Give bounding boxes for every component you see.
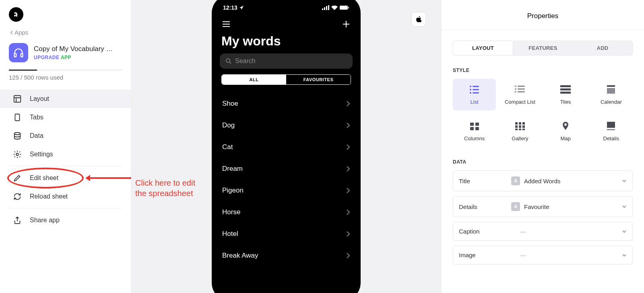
- svg-rect-37: [522, 122, 525, 125]
- svg-point-4: [14, 133, 21, 135]
- chevron-right-icon: [346, 144, 350, 150]
- status-right: [322, 5, 349, 10]
- upgrade-link[interactable]: UPGRADE APP: [34, 55, 113, 60]
- panel-tabs: LAYOUT FEATURES ADD: [453, 41, 633, 55]
- progress-track: [9, 70, 122, 71]
- sidebar-item-reload-sheet[interactable]: Reload sheet: [0, 187, 131, 206]
- app-header: Copy of My Vocabulary … UPGRADE APP: [0, 39, 131, 64]
- search-input[interactable]: Search: [220, 53, 353, 69]
- tab-layout[interactable]: LAYOUT: [453, 41, 513, 55]
- svg-rect-43: [522, 129, 525, 130]
- style-details[interactable]: Details: [590, 115, 633, 147]
- column-badge: A: [511, 202, 520, 211]
- calendar-icon: [605, 84, 617, 95]
- tab-features[interactable]: FEATURES: [513, 41, 573, 55]
- glide-logo-icon: [12, 11, 20, 18]
- sidebar-item-label: Tabs: [30, 114, 43, 121]
- list-icon: [469, 84, 481, 95]
- svg-rect-24: [515, 91, 516, 92]
- svg-rect-10: [328, 5, 329, 10]
- sidebar-item-layout[interactable]: Layout: [0, 90, 131, 108]
- chevron-right-icon: [346, 188, 350, 193]
- svg-rect-28: [560, 92, 571, 94]
- svg-rect-12: [348, 7, 349, 8]
- hamburger-icon[interactable]: [221, 19, 231, 29]
- segmented-control: ALL FAVOURITES: [221, 74, 351, 85]
- sidebar-item-label: Edit sheet: [30, 174, 58, 182]
- screen-title: My words: [220, 31, 353, 53]
- data-field-details[interactable]: Details A Favourite: [453, 196, 633, 217]
- style-columns[interactable]: Columns: [453, 115, 496, 147]
- caret-down-icon: [622, 229, 627, 234]
- style-tiles[interactable]: Tiles: [544, 79, 587, 111]
- annotation-text: Click here to edit the spreadsheet: [135, 178, 195, 199]
- style-gallery[interactable]: Gallery: [498, 115, 541, 147]
- svg-rect-41: [515, 129, 518, 130]
- sidebar-item-label: Data: [30, 132, 43, 139]
- seg-favourites[interactable]: FAVOURITES: [286, 75, 351, 84]
- svg-rect-11: [340, 6, 348, 10]
- location-icon: [239, 5, 244, 10]
- sidebar-item-data[interactable]: Data: [0, 127, 131, 145]
- wifi-icon: [331, 5, 338, 10]
- list-item[interactable]: Break Away: [220, 245, 353, 266]
- sidebar-item-label: Share app: [30, 217, 60, 224]
- list-item[interactable]: Shoe: [220, 93, 353, 115]
- list-item[interactable]: Dog: [220, 115, 353, 136]
- logo-wrap: [0, 0, 131, 27]
- gallery-icon: [514, 121, 526, 131]
- sidebar-item-tabs[interactable]: Tabs: [0, 108, 131, 127]
- sidebar-item-share-app[interactable]: Share app: [0, 211, 131, 229]
- back-label: Apps: [14, 29, 28, 36]
- svg-rect-42: [519, 129, 521, 130]
- tabs-icon: [13, 113, 22, 122]
- sidebar-item-edit-sheet[interactable]: Edit sheet: [0, 169, 131, 187]
- list-item[interactable]: Cat: [220, 136, 353, 158]
- battery-icon: [340, 5, 349, 10]
- style-grid: List Compact List Tiles Calendar Columns…: [453, 79, 633, 147]
- svg-rect-27: [560, 88, 571, 90]
- caret-down-icon: [622, 178, 627, 183]
- platform-toggle-apple[interactable]: [411, 12, 426, 27]
- svg-rect-35: [515, 122, 518, 125]
- details-icon: [605, 121, 617, 131]
- annotation-arrow: [85, 174, 133, 182]
- svg-rect-22: [515, 88, 516, 90]
- list-item[interactable]: Hotel: [220, 223, 353, 245]
- chevron-right-icon: [346, 253, 350, 258]
- side-nav: Layout Tabs Data Settings Edit sheet Rel…: [0, 90, 131, 229]
- style-map[interactable]: Map: [544, 115, 587, 147]
- list-item[interactable]: Dream: [220, 158, 353, 180]
- data-field-image[interactable]: Image —: [453, 246, 633, 264]
- data-field-caption[interactable]: Caption —: [453, 222, 633, 241]
- chevron-right-icon: [346, 123, 350, 128]
- list-item[interactable]: Horse: [220, 201, 353, 223]
- app-logo[interactable]: [9, 7, 23, 22]
- svg-rect-15: [473, 86, 479, 87]
- panel-body: LAYOUT FEATURES ADD STYLE List Compact L…: [442, 30, 644, 269]
- style-calendar[interactable]: Calendar: [590, 79, 633, 111]
- sidebar-item-settings[interactable]: Settings: [0, 145, 131, 164]
- list-item[interactable]: Pigeon: [220, 180, 353, 201]
- data-field-title[interactable]: Title A Added Words: [453, 170, 633, 191]
- chevron-right-icon: [346, 101, 350, 107]
- svg-rect-8: [324, 7, 325, 10]
- back-to-apps[interactable]: Apps: [0, 27, 131, 39]
- properties-panel: Properties LAYOUT FEATURES ADD STYLE Lis…: [441, 0, 644, 293]
- word-list: Shoe Dog Cat Dream Pigeon Horse Hotel Br…: [220, 93, 353, 266]
- plus-icon[interactable]: [341, 19, 351, 29]
- pencil-icon: [13, 174, 22, 182]
- divider: [9, 208, 122, 209]
- seg-all[interactable]: ALL: [222, 75, 286, 84]
- tab-add[interactable]: ADD: [573, 41, 632, 55]
- svg-rect-17: [473, 89, 479, 90]
- style-list[interactable]: List: [453, 79, 496, 111]
- caret-down-icon: [622, 204, 627, 209]
- style-compact-list[interactable]: Compact List: [498, 79, 541, 111]
- panel-title: Properties: [442, 0, 644, 30]
- preview-area: Click here to edit the spreadsheet 12:13…: [131, 0, 441, 293]
- svg-rect-32: [475, 123, 479, 126]
- sidebar: Apps Copy of My Vocabulary … UPGRADE APP…: [0, 0, 131, 293]
- notch: [252, 0, 320, 6]
- chevron-right-icon: [346, 166, 350, 172]
